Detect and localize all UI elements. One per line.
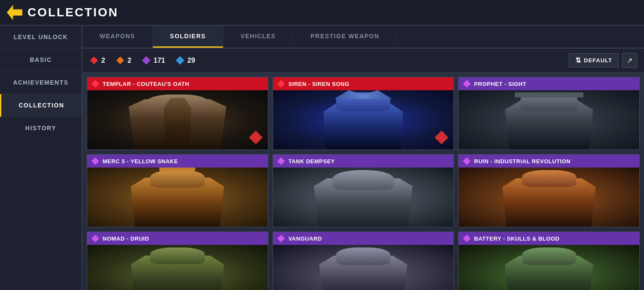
- soldiers-grid: Templar - Couteau's Oath Siren - Siren S…: [82, 73, 644, 290]
- filter-bar: 2 2 171 29: [82, 49, 644, 73]
- card-header-siren: Siren - Siren Song: [273, 77, 454, 90]
- content-area: WEAPONS SOLDIERS VEHICLES PRESTIGE WEAPO…: [82, 26, 644, 290]
- back-button[interactable]: [7, 5, 22, 20]
- tank-head: [332, 170, 394, 190]
- templar-body: [123, 99, 231, 150]
- tab-soldiers[interactable]: SOLDIERS: [153, 26, 224, 48]
- filter-blue-count: 29: [176, 56, 195, 65]
- card-body-siren: [273, 90, 454, 150]
- sidebar-item-history[interactable]: HISTORY: [0, 117, 82, 140]
- soldier-card-templar[interactable]: Templar - Couteau's Oath: [87, 77, 268, 150]
- card-body-vanguard: [273, 245, 454, 290]
- ruin-head: [522, 170, 576, 187]
- soldier-card-tank[interactable]: Tank Dempsey: [273, 154, 454, 227]
- filter-legendary-count: 2: [89, 56, 105, 65]
- page-title: COLLECTION: [27, 6, 118, 19]
- filter-count-2: 2: [115, 56, 131, 65]
- card-header-prophet: Prophet - Sight: [459, 77, 639, 90]
- epic-icon-vanguard: [277, 235, 285, 242]
- tab-bar: WEAPONS SOLDIERS VEHICLES PRESTIGE WEAPO…: [82, 26, 644, 49]
- filter-purple-count: 171: [142, 56, 165, 65]
- epic-icon-battery: [463, 235, 471, 242]
- main-layout: LEVEL UNLOCK BASIC ACHIEVEMENTS COLLECTI…: [0, 26, 644, 290]
- merc5-headband: [159, 168, 195, 171]
- vanguard-head: [336, 247, 390, 265]
- sort-button[interactable]: ⇅ DEFAULT: [569, 53, 619, 67]
- card-body-nomad: [87, 245, 268, 290]
- legendary-icon-templar: [91, 80, 99, 88]
- siren-crown: [327, 90, 399, 99]
- filter-actions: ⇅ DEFAULT ↗: [569, 53, 637, 68]
- card-header-ruin: Ruin - Industrial Revolution: [459, 155, 639, 168]
- sort-icon: ⇅: [575, 56, 581, 64]
- tab-weapons[interactable]: WEAPONS: [82, 26, 153, 48]
- soldier-card-nomad[interactable]: Nomad - Druid: [87, 232, 268, 290]
- prophet-helmet: [515, 92, 583, 98]
- soldier-card-battery[interactable]: Battery - Skulls & Blood: [458, 232, 640, 290]
- card-body-ruin: [459, 168, 639, 227]
- card-header-battery: Battery - Skulls & Blood: [459, 232, 639, 245]
- purple-diamond-icon: [142, 56, 151, 65]
- soldier-card-siren[interactable]: Siren - Siren Song: [273, 77, 454, 150]
- tab-vehicles[interactable]: VEHICLES: [223, 26, 293, 48]
- epic-icon-prophet: [463, 80, 471, 88]
- card-body-battery: [459, 245, 639, 290]
- sidebar-item-collection[interactable]: COLLECTION: [0, 94, 82, 117]
- sidebar-item-achievements[interactable]: ACHIEVEMENTS: [0, 71, 82, 94]
- sidebar-item-basic[interactable]: BASIC: [0, 49, 82, 71]
- card-header-nomad: Nomad - Druid: [87, 232, 268, 245]
- card-body-templar: [87, 90, 268, 150]
- nomad-head: [150, 247, 204, 264]
- sidebar: LEVEL UNLOCK BASIC ACHIEVEMENTS COLLECTI…: [0, 26, 82, 290]
- epic-icon-tank: [277, 157, 285, 165]
- tab-prestige-weapon[interactable]: PRESTIGE WEAPON: [293, 26, 397, 48]
- gem-overlay-templar: [249, 131, 263, 144]
- card-header-templar: Templar - Couteau's Oath: [87, 77, 268, 90]
- header: COLLECTION: [0, 0, 644, 26]
- sidebar-item-level-unlock[interactable]: LEVEL UNLOCK: [0, 26, 82, 49]
- red-diamond-icon: [89, 56, 99, 65]
- orange-diamond-icon: [115, 56, 125, 65]
- share-icon: ↗: [627, 57, 632, 64]
- soldier-card-prophet[interactable]: Prophet - Sight: [458, 77, 640, 150]
- blue-diamond-icon: [176, 56, 185, 65]
- share-button[interactable]: ↗: [622, 53, 637, 68]
- soldier-card-vanguard[interactable]: Vanguard: [273, 232, 454, 290]
- card-header-tank: Tank Dempsey: [273, 155, 454, 168]
- battery-head: [522, 247, 576, 265]
- soldier-card-ruin[interactable]: Ruin - Industrial Revolution: [458, 154, 640, 227]
- epic-icon-nomad: [91, 235, 99, 242]
- card-body-merc5: [87, 168, 268, 227]
- card-body-prophet: [459, 90, 639, 150]
- epic-icon-merc5: [91, 157, 99, 165]
- epic-icon-ruin: [463, 157, 471, 165]
- legendary-icon-siren: [277, 80, 285, 88]
- templar-head: [146, 95, 209, 115]
- soldier-card-merc5[interactable]: Merc 5 - Yellow Snake: [87, 154, 268, 227]
- merc5-head: [150, 170, 204, 188]
- card-header-vanguard: Vanguard: [273, 232, 454, 245]
- gem-overlay-siren: [434, 131, 448, 144]
- card-header-merc5: Merc 5 - Yellow Snake: [87, 155, 268, 168]
- card-body-tank: [273, 168, 454, 227]
